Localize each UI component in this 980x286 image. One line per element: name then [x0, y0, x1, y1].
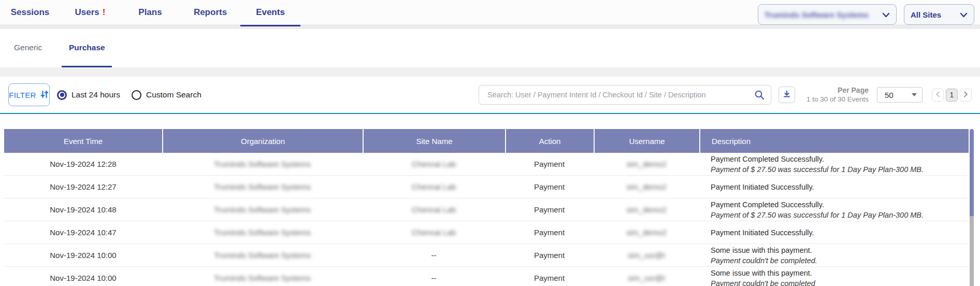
- organization-selector-value: Truminds Software Systems: [765, 10, 869, 19]
- tab-users[interactable]: Users!: [60, 0, 120, 26]
- cell-event-time: Nov-19-2024 10:47: [4, 221, 162, 244]
- column-header-event-time[interactable]: Event Time: [4, 129, 162, 153]
- cell-username: sim_demo2: [594, 221, 699, 244]
- username-value: sim_usr@t: [628, 274, 665, 282]
- cell-username: sim_usr@t: [594, 244, 699, 266]
- cell-site-name: Chennai Lab: [363, 176, 505, 198]
- table-row[interactable]: Nov-19-2024 10:00 Truminds Software Syst…: [4, 244, 969, 267]
- radio-unselected-icon[interactable]: [132, 90, 141, 100]
- tab-reports-label: Reports: [194, 7, 227, 18]
- subtab-generic-label: Generic: [14, 43, 42, 52]
- subtab-purchase-label: Purchase: [69, 43, 105, 52]
- table-row[interactable]: Nov-19-2024 10:00 Truminds Software Syst…: [4, 267, 969, 286]
- vertical-scrollbar-thumb[interactable]: [970, 129, 974, 216]
- organization-selector[interactable]: Truminds Software Systems: [758, 4, 897, 25]
- cell-action: Payment: [505, 267, 594, 286]
- cell-organization: Truminds Software Systems: [162, 176, 363, 198]
- range-text: 1 to 30 of 30 Events: [802, 95, 869, 104]
- cell-description: Payment Initiated Successfully.: [699, 176, 969, 198]
- username-value: sim_demo2: [626, 228, 667, 237]
- tab-sessions-label: Sessions: [11, 7, 50, 18]
- organization-value: Truminds Software Systems: [214, 251, 311, 260]
- site-selector-value: All Sites: [911, 10, 941, 19]
- cell-site-name: Chennai Lab: [363, 198, 505, 221]
- site-name-value: --: [431, 251, 437, 260]
- site-name-value: Chennai Lab: [412, 228, 456, 237]
- cell-site-name: --: [363, 267, 505, 286]
- cell-event-time: Nov-19-2024 12:28: [4, 153, 162, 175]
- search-input[interactable]: [479, 85, 771, 105]
- table-header-row: Event Time Organization Site Name Action…: [4, 129, 969, 153]
- cell-description: Some issue with this payment. Payment co…: [699, 244, 969, 266]
- radio-last-24-hours[interactable]: Last 24 hours: [57, 90, 120, 100]
- caret-down-icon: [912, 93, 917, 96]
- organization-value: Truminds Software Systems: [214, 274, 311, 282]
- next-page-button[interactable]: [960, 89, 972, 102]
- description-line-1: Some issue with this payment.: [711, 268, 812, 278]
- time-filter-radios: Last 24 hours Custom Search: [57, 90, 201, 100]
- tab-events[interactable]: Events: [240, 0, 300, 26]
- cell-action: Payment: [505, 176, 594, 198]
- previous-page-button[interactable]: [932, 89, 944, 102]
- cell-action: Payment: [505, 221, 594, 244]
- username-value: sim_demo2: [626, 182, 667, 191]
- description-line-2: Payment couldn't be completed: [711, 278, 815, 286]
- description-line-2: Payment of $ 27.50 was successful for 1 …: [711, 210, 924, 220]
- column-header-description[interactable]: Description: [699, 129, 969, 153]
- radio-custom-search[interactable]: Custom Search: [132, 90, 201, 100]
- subtab-generic[interactable]: Generic: [14, 29, 42, 67]
- organization-value: Truminds Software Systems: [214, 205, 311, 214]
- table-row[interactable]: Nov-19-2024 10:47 Truminds Software Syst…: [4, 221, 969, 244]
- cell-username: sim_demo2: [594, 176, 699, 198]
- cell-organization: Truminds Software Systems: [162, 153, 363, 175]
- username-value: sim_demo2: [626, 160, 667, 168]
- magnifier-icon[interactable]: [754, 90, 765, 102]
- table-row[interactable]: Nov-19-2024 12:27 Truminds Software Syst…: [4, 176, 969, 198]
- tab-users-label: Users: [75, 7, 99, 18]
- nav-right-controls: Truminds Software Systems All Sites: [758, 0, 974, 29]
- table-row[interactable]: Nov-19-2024 10:48 Truminds Software Syst…: [4, 198, 969, 221]
- vertical-scrollbar-track[interactable]: [970, 216, 974, 286]
- organization-value: Truminds Software Systems: [214, 160, 311, 168]
- events-table: Event Time Organization Site Name Action…: [4, 129, 969, 286]
- current-page-button[interactable]: 1: [946, 89, 958, 102]
- site-selector[interactable]: All Sites: [904, 4, 974, 25]
- tab-sessions[interactable]: Sessions: [0, 0, 60, 26]
- site-name-value: Chennai Lab: [412, 205, 456, 214]
- radio-last-24-hours-label: Last 24 hours: [71, 90, 120, 99]
- cell-event-time: Nov-19-2024 10:00: [4, 267, 162, 286]
- radio-selected-icon[interactable]: [57, 90, 67, 100]
- organization-value: Truminds Software Systems: [214, 182, 311, 191]
- column-header-organization[interactable]: Organization: [162, 129, 363, 153]
- download-button[interactable]: [779, 87, 795, 103]
- site-name-value: Chennai Lab: [412, 160, 456, 168]
- section-divider-band: [0, 67, 980, 77]
- per-page-select[interactable]: 50: [877, 87, 923, 103]
- column-header-username[interactable]: Username: [594, 129, 699, 153]
- cell-description: Payment Initiated Successfully.: [699, 221, 969, 244]
- table-body: Nov-19-2024 12:28 Truminds Software Syst…: [4, 153, 969, 286]
- events-subtabs: Generic Purchase: [0, 29, 980, 67]
- cell-event-time: Nov-19-2024 10:00: [4, 244, 162, 266]
- tab-reports[interactable]: Reports: [180, 0, 240, 26]
- description-line-1: Payment Initiated Successfully.: [711, 227, 814, 238]
- table-row[interactable]: Nov-19-2024 12:28 Truminds Software Syst…: [4, 153, 969, 176]
- current-page-number: 1: [950, 91, 954, 99]
- tab-plans-label: Plans: [138, 7, 162, 18]
- filter-button[interactable]: FILTER: [8, 83, 50, 106]
- chevron-down-icon: [960, 10, 968, 19]
- users-alert-badge: !: [103, 7, 106, 18]
- filter-button-label: FILTER: [9, 91, 36, 99]
- per-page-value: 50: [885, 91, 893, 99]
- site-name-value: --: [431, 274, 437, 282]
- chevron-right-icon: [963, 90, 968, 99]
- subtab-purchase[interactable]: Purchase: [62, 29, 112, 67]
- tab-plans[interactable]: Plans: [120, 0, 180, 26]
- description-line-2: Payment of $ 27.50 was successful for 1 …: [711, 164, 924, 175]
- cell-event-time: Nov-19-2024 12:27: [4, 176, 162, 198]
- cell-description: Payment Completed Successfully. Payment …: [699, 153, 969, 175]
- column-header-action[interactable]: Action: [505, 129, 594, 153]
- site-name-value: Chennai Lab: [412, 182, 456, 191]
- sliders-icon: [40, 90, 49, 101]
- column-header-site-name[interactable]: Site Name: [363, 129, 505, 153]
